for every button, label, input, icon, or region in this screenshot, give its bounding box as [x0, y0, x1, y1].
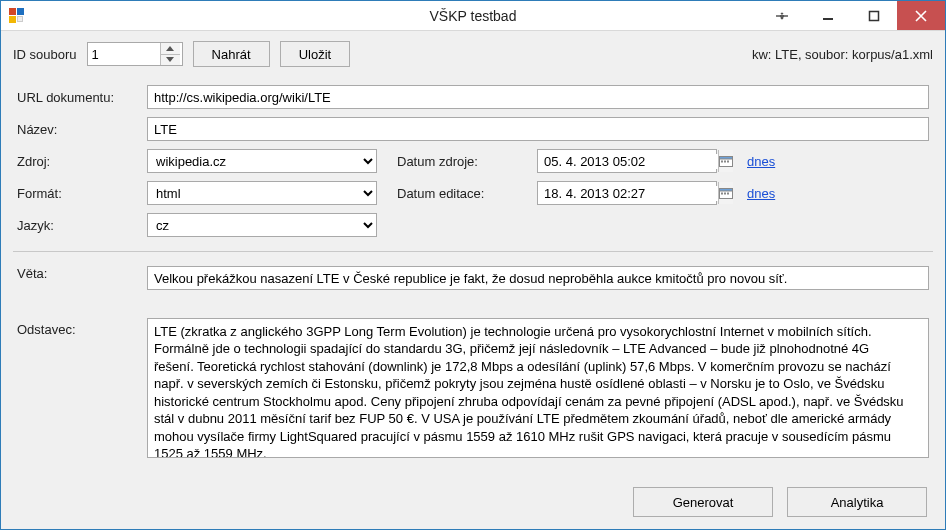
window-controls — [759, 1, 945, 30]
name-label: Název: — [17, 122, 137, 137]
svg-rect-5 — [724, 161, 726, 163]
dnes-link-1[interactable]: dnes — [747, 154, 929, 169]
svg-rect-9 — [721, 193, 723, 195]
dnes-link-2[interactable]: dnes — [747, 186, 929, 201]
source-label: Zdroj: — [17, 154, 137, 169]
paragraph-label: Odstavec: — [17, 318, 137, 337]
paragraph-textarea[interactable]: LTE (zkratka z anglického 3GPP Long Term… — [147, 318, 929, 458]
form-grid: URL dokumentu: Název: Zdroj: wikipedia.c… — [13, 85, 933, 237]
id-step-down-icon[interactable] — [161, 55, 180, 66]
date-source-label: Datum zdroje: — [397, 154, 527, 169]
source-select[interactable]: wikipedia.cz — [147, 149, 377, 173]
svg-rect-8 — [720, 189, 733, 192]
svg-rect-10 — [724, 193, 726, 195]
sentence-input[interactable] — [147, 266, 929, 290]
close-button[interactable] — [897, 1, 945, 30]
maximize-button[interactable] — [851, 1, 897, 30]
svg-rect-0 — [823, 18, 833, 20]
id-stepper[interactable] — [87, 42, 183, 66]
id-input[interactable] — [88, 43, 160, 65]
date-edit-picker[interactable] — [537, 181, 717, 205]
calendar-icon[interactable] — [718, 150, 733, 172]
svg-rect-11 — [727, 193, 729, 195]
name-input[interactable] — [147, 117, 929, 141]
analytics-button[interactable]: Analytika — [787, 487, 927, 517]
format-select[interactable]: html — [147, 181, 377, 205]
top-row: ID souboru Nahrát Uložit kw: LTE, soubor… — [13, 41, 933, 67]
lang-select[interactable]: cz — [147, 213, 377, 237]
minimize-button[interactable] — [805, 1, 851, 30]
date-edit-label: Datum editace: — [397, 186, 527, 201]
id-step-up-icon[interactable] — [161, 43, 180, 55]
titlebar: VŠKP testbad — [1, 1, 945, 31]
sentence-label: Věta: — [17, 266, 137, 281]
save-button[interactable]: Uložit — [280, 41, 351, 67]
format-label: Formát: — [17, 186, 137, 201]
app-window: VŠKP testbad ID souboru — [0, 0, 946, 530]
kw-info: kw: LTE, soubor: korpus/a1.xml — [752, 47, 933, 62]
url-input[interactable] — [147, 85, 929, 109]
app-icon — [9, 8, 25, 24]
url-label: URL dokumentu: — [17, 90, 137, 105]
bottom-grid: Věta: Odstavec: LTE (zkratka z anglickéh… — [13, 266, 933, 475]
calendar-icon[interactable] — [718, 182, 733, 204]
id-label: ID souboru — [13, 47, 77, 62]
svg-rect-1 — [870, 11, 879, 20]
divider — [13, 251, 933, 252]
lang-label: Jazyk: — [17, 218, 137, 233]
date-source-input[interactable] — [538, 154, 718, 169]
svg-rect-3 — [720, 157, 733, 160]
client-area: ID souboru Nahrát Uložit kw: LTE, soubor… — [1, 31, 945, 529]
date-edit-input[interactable] — [538, 186, 718, 201]
button-row: Generovat Analytika — [13, 487, 933, 517]
svg-rect-4 — [721, 161, 723, 163]
svg-rect-6 — [727, 161, 729, 163]
upload-button[interactable]: Nahrát — [193, 41, 270, 67]
sync-icon[interactable] — [759, 1, 805, 30]
date-source-picker[interactable] — [537, 149, 717, 173]
generate-button[interactable]: Generovat — [633, 487, 773, 517]
